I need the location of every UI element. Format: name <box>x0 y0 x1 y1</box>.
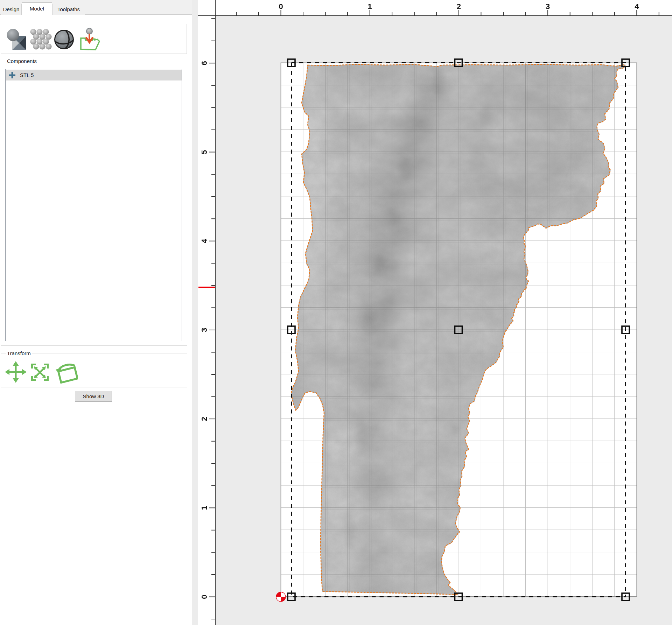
svg-text:6: 6 <box>200 61 209 65</box>
svg-text:1: 1 <box>200 506 209 510</box>
svg-text:3: 3 <box>200 328 209 332</box>
svg-text:2: 2 <box>457 2 461 11</box>
svg-text:3: 3 <box>546 2 550 11</box>
svg-text:0: 0 <box>200 595 209 599</box>
svg-text:4: 4 <box>635 2 639 11</box>
svg-text:2: 2 <box>200 417 209 421</box>
svg-text:1: 1 <box>368 2 372 11</box>
svg-text:0: 0 <box>279 2 283 11</box>
svg-text:5: 5 <box>200 150 209 154</box>
svg-text:4: 4 <box>200 239 209 243</box>
